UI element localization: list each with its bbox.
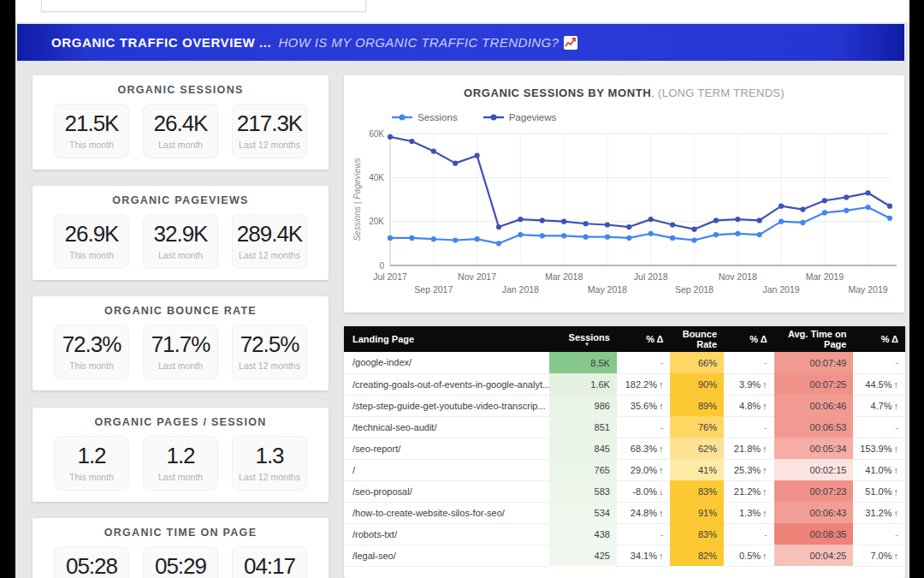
no-change-value: - xyxy=(764,422,767,432)
delta-value: 68.3% xyxy=(631,444,657,454)
bounce-delta-cell: - xyxy=(724,352,774,373)
delta-value: 7.0% xyxy=(870,551,891,561)
sessions-cell: 1.6K xyxy=(549,373,617,395)
kpi-period-label: Last 12 months xyxy=(233,250,306,260)
delta-value: 21.8% xyxy=(734,444,761,454)
banner-title: ORGANIC TRAFFIC OVERVIEW ... xyxy=(51,35,271,50)
svg-text:40K: 40K xyxy=(369,173,384,182)
chart-increasing-icon xyxy=(564,36,578,50)
svg-text:20K: 20K xyxy=(369,217,384,226)
bounce-delta-cell: 21.8%↑ xyxy=(724,438,774,459)
delta-value: 21.2% xyxy=(734,486,761,497)
arrow-down-icon: ↓ xyxy=(659,486,664,497)
bounce-delta-cell: 21.2%↑ xyxy=(724,480,774,502)
arrow-up-icon: ↑ xyxy=(659,379,664,390)
column-header--[interactable]: % Δ xyxy=(724,326,774,352)
svg-text:May 2018: May 2018 xyxy=(588,284,627,295)
sessions-delta-cell: 35.6%↑ xyxy=(617,395,671,416)
avg-time-cell: 00:06:43 xyxy=(774,502,854,523)
svg-text:Sessions | Pageviews: Sessions | Pageviews xyxy=(352,158,362,241)
landing-page-cell: /how-to-create-website-silos-for-seo/ xyxy=(344,502,549,523)
bounce-rate-cell: 41% xyxy=(670,459,724,480)
avg-time-cell: 00:08:35 xyxy=(774,523,854,545)
legend-item-pageviews[interactable]: Pageviews xyxy=(483,112,557,122)
sessions-by-month-chart-card: ORGANIC SESSIONS BY MONTH, (LONG TERM TR… xyxy=(344,75,904,313)
kpi-period-label: Last 12 months xyxy=(233,140,306,150)
svg-text:Nov 2017: Nov 2017 xyxy=(458,271,496,282)
arrow-up-icon: ↑ xyxy=(659,508,664,518)
delta-value: 153.9% xyxy=(860,444,891,454)
arrow-up-icon: ↑ xyxy=(659,444,664,454)
bounce-rate-cell: 62% xyxy=(670,438,724,459)
section-banner: ORGANIC TRAFFIC OVERVIEW ... HOW IS MY O… xyxy=(17,24,904,61)
arrow-up-icon: ↑ xyxy=(894,508,899,518)
arrow-up-icon: ↑ xyxy=(762,465,767,475)
column-header-landing-page[interactable]: Landing Page xyxy=(344,326,549,352)
table-row: /76529.0%↑41%25.3%↑00:02:1541.0%↑ xyxy=(344,459,905,480)
sessions-delta-cell: - xyxy=(617,416,671,438)
kpi-value: 71.7% xyxy=(144,331,217,358)
column-header--[interactable]: % Δ xyxy=(853,326,905,352)
kpi-value: 217.3K xyxy=(233,110,306,137)
legend-label: Sessions xyxy=(418,112,458,122)
landing-page-cell: /legal-seo/ xyxy=(344,545,549,566)
kpi-tile: 21.5KThis month xyxy=(54,104,129,158)
landing-pages-table-card: Landing PageSessions▼% ΔBounce Rate% ΔAv… xyxy=(344,326,905,578)
kpi-value: 21.5K xyxy=(55,110,128,137)
kpi-period-label: This month xyxy=(55,472,128,482)
kpi-card-title: ORGANIC BOUNCE RATE xyxy=(33,296,329,317)
sessions-delta-cell: 34.1%↑ xyxy=(617,545,671,566)
kpi-tiles: 26.9KThis month32.9KLast month289.4KLast… xyxy=(33,214,329,269)
sessions-delta-cell: 68.3%↑ xyxy=(617,438,671,459)
time-delta-cell: 44.5%↑ xyxy=(853,373,905,395)
table-row: /seo-proposal/583-8.0%↓83%21.2%↑00:07:23… xyxy=(344,480,905,502)
delta-value: 1.3% xyxy=(739,508,761,518)
no-change-value: - xyxy=(660,529,664,539)
chart-title-sub: , (LONG TERM TRENDS) xyxy=(651,86,785,99)
column-header-bounce-rate[interactable]: Bounce Rate xyxy=(670,326,724,352)
kpi-value: 32.9K xyxy=(144,221,217,247)
chart-title: ORGANIC SESSIONS BY MONTH, (LONG TERM TR… xyxy=(344,86,904,99)
sessions-cell: 8.5K xyxy=(549,352,617,373)
kpi-tile: 71.7%Last month xyxy=(143,325,218,379)
bounce-rate-cell: 83% xyxy=(670,523,724,545)
column-header-sessions[interactable]: Sessions▼ xyxy=(549,326,617,352)
column-header-avg-time-on-page[interactable]: Avg. Time on Page xyxy=(774,326,854,352)
sessions-cell: 845 xyxy=(549,438,617,459)
avg-time-cell: 00:02:15 xyxy=(774,459,854,480)
sessions-delta-cell: 24.8%↑ xyxy=(617,502,671,523)
bounce-rate-cell: 91% xyxy=(670,502,724,523)
sessions-delta-cell: - xyxy=(617,352,671,373)
delta-value: 29.0% xyxy=(631,465,657,475)
legend-item-sessions[interactable]: Sessions xyxy=(392,112,458,122)
landing-page-cell: /seo-proposal/ xyxy=(344,480,549,502)
legend-marker-icon xyxy=(392,114,412,121)
svg-text:Jan 2018: Jan 2018 xyxy=(502,284,539,295)
bounce-rate-cell: 82% xyxy=(670,545,724,566)
sessions-delta-cell: - xyxy=(617,523,671,545)
kpi-period-label: This month xyxy=(55,250,128,260)
kpi-card-organic-pages-session: ORGANIC PAGES / SESSION1.2This month1.2L… xyxy=(33,408,329,502)
landing-page-cell: /google-index/ xyxy=(344,352,549,373)
sessions-cell: 438 xyxy=(549,523,617,545)
sessions-cell: 851 xyxy=(549,416,617,438)
delta-value: 25.3% xyxy=(734,465,761,475)
svg-text:Nov 2018: Nov 2018 xyxy=(719,271,757,282)
kpi-value: 289.4K xyxy=(233,221,306,247)
landing-page-cell: /technical-seo-audit/ xyxy=(344,416,549,438)
bounce-rate-cell: 89% xyxy=(670,395,724,416)
kpi-tile: 32.9KLast month xyxy=(143,214,218,269)
delta-value: 34.1% xyxy=(631,551,657,561)
bounce-rate-cell: 76% xyxy=(670,416,724,438)
delta-value: 31.2% xyxy=(865,508,891,518)
bounce-delta-cell: 3.9%↑ xyxy=(724,373,774,395)
column-header--[interactable]: % Δ xyxy=(617,326,671,352)
delta-value: 4.8% xyxy=(739,401,761,411)
kpi-card-title: ORGANIC TIME ON PAGE xyxy=(33,518,329,539)
kpi-period-label: Last month xyxy=(144,472,217,482)
no-change-value: - xyxy=(660,357,664,367)
table-row: /how-to-create-website-silos-for-seo/534… xyxy=(344,502,905,523)
avg-time-cell: 00:07:23 xyxy=(774,480,854,502)
arrow-up-icon: ↑ xyxy=(659,401,664,411)
table-row: /step-step-guide-get-youtube-video-trans… xyxy=(344,395,905,416)
